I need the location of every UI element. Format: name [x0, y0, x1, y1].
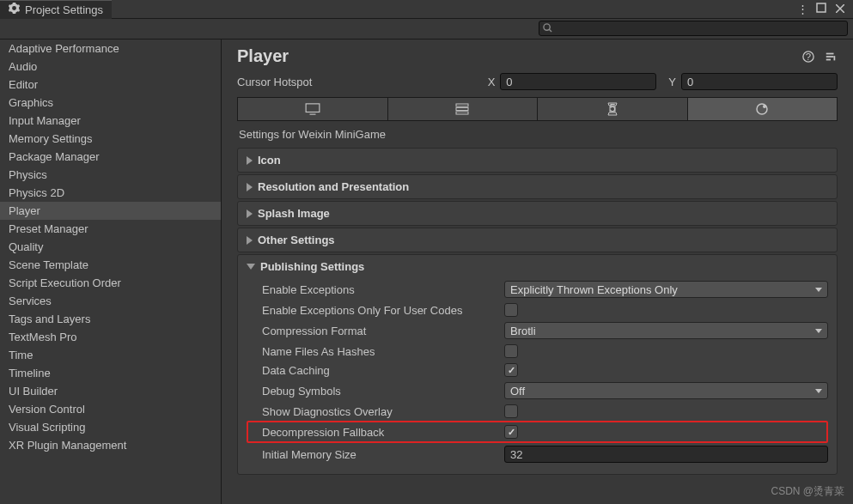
sidebar-item-input-manager[interactable]: Input Manager	[0, 112, 221, 130]
decompression-fallback-row: Decompression Fallback	[247, 421, 828, 443]
debug-symbols-label: Debug Symbols	[262, 385, 504, 398]
maximize-icon[interactable]	[815, 3, 827, 15]
compression-format-value: Brotli	[510, 325, 536, 337]
cursor-hotspot-row: Cursor Hotspot X Y	[222, 70, 853, 97]
settings-content: Player ? Cursor Hotspot X Y 5 Settings f…	[222, 39, 853, 504]
watermark: CSDN @烫青菜	[771, 484, 844, 499]
window-header: Project Settings ⋮	[0, 0, 853, 19]
gear-icon	[9, 3, 20, 16]
foldout-splash-image[interactable]: Splash Image	[237, 201, 838, 226]
svg-point-3	[544, 23, 550, 29]
platform-tabs: 5	[237, 97, 838, 121]
sidebar-item-audio[interactable]: Audio	[0, 58, 221, 76]
page-title: Player	[237, 46, 801, 66]
foldout-title: Resolution and Presentation	[258, 180, 409, 193]
settings-sidebar: Adaptive PerformanceAudioEditorGraphicsI…	[0, 39, 222, 504]
cursor-hotspot-y-input[interactable]	[681, 73, 838, 90]
debug-symbols-value: Off	[510, 385, 525, 398]
sidebar-item-physics[interactable]: Physics	[0, 166, 221, 184]
svg-rect-13	[456, 104, 468, 106]
search-row	[0, 19, 853, 39]
presets-icon[interactable]	[824, 50, 838, 64]
sidebar-item-player[interactable]: Player	[0, 202, 221, 220]
sidebar-item-quality[interactable]: Quality	[0, 238, 221, 256]
chevron-down-icon	[815, 288, 822, 292]
sidebar-item-visual-scripting[interactable]: Visual Scripting	[0, 418, 221, 436]
sidebar-item-memory-settings[interactable]: Memory Settings	[0, 130, 221, 148]
sidebar-item-package-manager[interactable]: Package Manager	[0, 148, 221, 166]
svg-rect-15	[456, 112, 468, 114]
enable-exceptions-dropdown[interactable]: Explicitly Thrown Exceptions Only	[504, 281, 828, 298]
chevron-right-icon	[247, 156, 253, 165]
svg-text:5: 5	[609, 102, 615, 114]
svg-rect-11	[306, 104, 320, 112]
initial-memory-input[interactable]	[504, 446, 828, 463]
svg-rect-9	[826, 58, 831, 60]
foldout-icon[interactable]: Icon	[237, 148, 838, 173]
foldout-title: Other Settings	[258, 234, 335, 246]
sidebar-item-script-execution-order[interactable]: Script Execution Order	[0, 274, 221, 292]
foldout-title: Splash Image	[258, 207, 330, 220]
platform-tab-standalone[interactable]	[238, 98, 388, 120]
sidebar-item-timeline[interactable]: Timeline	[0, 364, 221, 382]
enable-exceptions-user-checkbox[interactable]	[504, 303, 518, 317]
foldout-resolution-and-presentation[interactable]: Resolution and Presentation	[237, 174, 838, 199]
sidebar-item-graphics[interactable]: Graphics	[0, 94, 221, 112]
initial-memory-label: Initial Memory Size	[262, 448, 504, 461]
sidebar-item-tags-and-layers[interactable]: Tags and Layers	[0, 310, 221, 328]
enable-exceptions-value: Explicitly Thrown Exceptions Only	[510, 283, 678, 296]
window-tab-title: Project Settings	[25, 3, 103, 16]
cursor-hotspot-x-input[interactable]	[500, 73, 656, 90]
sidebar-item-version-control[interactable]: Version Control	[0, 400, 221, 418]
show-diagnostics-label: Show Diagnostics Overlay	[262, 405, 504, 418]
data-caching-checkbox[interactable]	[504, 363, 518, 377]
y-label: Y	[661, 76, 676, 88]
help-icon[interactable]: ?	[801, 50, 815, 64]
foldout-other-settings[interactable]: Other Settings	[237, 228, 838, 252]
search-icon	[543, 22, 552, 35]
sidebar-item-textmesh-pro[interactable]: TextMesh Pro	[0, 328, 221, 346]
chevron-right-icon	[247, 236, 253, 245]
window-tab[interactable]: Project Settings	[0, 0, 112, 19]
data-caching-label: Data Caching	[262, 364, 504, 377]
svg-point-18	[763, 105, 766, 108]
x-label: X	[481, 76, 496, 88]
name-files-hashes-label: Name Files As Hashes	[262, 345, 504, 358]
chevron-down-icon	[815, 389, 822, 393]
platform-section-label: Settings for Weixin MiniGame	[222, 121, 853, 146]
chevron-right-icon	[247, 209, 253, 218]
sidebar-item-physics-2d[interactable]: Physics 2D	[0, 184, 221, 202]
svg-rect-14	[456, 108, 468, 111]
window-controls: ⋮	[796, 3, 853, 15]
cursor-hotspot-label: Cursor Hotspot	[237, 76, 476, 88]
sidebar-item-scene-template[interactable]: Scene Template	[0, 256, 221, 274]
enable-exceptions-label: Enable Exceptions	[262, 283, 504, 296]
platform-tab-server[interactable]	[388, 98, 539, 120]
search-box[interactable]	[539, 21, 848, 36]
show-diagnostics-checkbox[interactable]	[504, 404, 518, 418]
sidebar-item-preset-manager[interactable]: Preset Manager	[0, 220, 221, 238]
sidebar-item-ui-builder[interactable]: UI Builder	[0, 382, 221, 400]
chevron-down-icon	[247, 264, 255, 270]
svg-rect-8	[826, 56, 834, 58]
sidebar-item-editor[interactable]: Editor	[0, 76, 221, 94]
sidebar-item-adaptive-performance[interactable]: Adaptive Performance	[0, 39, 221, 58]
compression-format-dropdown[interactable]: Brotli	[504, 322, 828, 339]
decompression-fallback-checkbox[interactable]	[504, 425, 518, 439]
kebab-icon[interactable]: ⋮	[796, 3, 808, 15]
decompression-fallback-label: Decompression Fallback	[262, 426, 504, 439]
sidebar-item-time[interactable]: Time	[0, 346, 221, 364]
search-input[interactable]	[552, 22, 844, 34]
sidebar-item-xr-plugin-management[interactable]: XR Plugin Management	[0, 436, 221, 454]
svg-text:?: ?	[806, 51, 811, 61]
platform-tab-weixin[interactable]	[688, 98, 838, 120]
close-icon[interactable]	[834, 3, 846, 15]
name-files-hashes-checkbox[interactable]	[504, 344, 518, 358]
svg-rect-0	[817, 3, 826, 12]
foldout-title: Icon	[258, 154, 281, 167]
platform-tab-webgl[interactable]: 5	[538, 98, 688, 120]
sidebar-item-services[interactable]: Services	[0, 292, 221, 310]
debug-symbols-dropdown[interactable]: Off	[504, 382, 828, 399]
publishing-settings-header[interactable]: Publishing Settings	[247, 260, 828, 273]
svg-rect-10	[834, 56, 836, 60]
